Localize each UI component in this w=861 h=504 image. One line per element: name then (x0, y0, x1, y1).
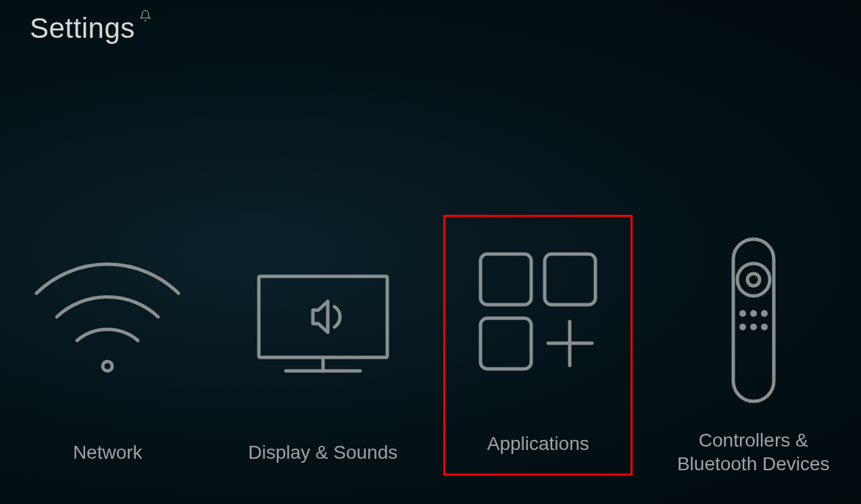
svg-point-10 (737, 263, 770, 296)
tile-network[interactable]: Network (13, 232, 202, 476)
tile-applications[interactable]: Applications (443, 215, 633, 476)
svg-point-17 (761, 324, 768, 330)
apps-grid-icon (464, 224, 612, 399)
svg-rect-5 (545, 254, 595, 305)
svg-point-0 (103, 361, 112, 371)
svg-point-11 (747, 274, 760, 286)
tile-label-display-sounds: Display & Sounds (248, 428, 397, 476)
tile-display-sounds[interactable]: Display & Sounds (228, 232, 418, 476)
page-title: Settings (30, 12, 135, 45)
svg-rect-1 (259, 276, 387, 357)
svg-point-15 (739, 324, 746, 330)
remote-controller-icon (713, 232, 794, 408)
svg-point-16 (750, 324, 757, 330)
tv-speaker-icon (245, 232, 401, 408)
header: Settings (30, 12, 151, 45)
wifi-icon (30, 232, 185, 408)
tile-label-network: Network (73, 428, 143, 476)
svg-rect-6 (481, 318, 531, 369)
tile-label-controllers: Controllers & Bluetooth Devices (659, 428, 848, 476)
svg-rect-4 (481, 254, 531, 305)
settings-tiles-row: Network Display & Sounds (0, 222, 861, 476)
notification-bell-icon[interactable] (139, 9, 151, 22)
tile-controllers[interactable]: Controllers & Bluetooth Devices (659, 232, 848, 476)
tile-label-applications: Applications (487, 420, 589, 467)
svg-point-13 (750, 310, 757, 317)
svg-point-12 (739, 310, 746, 317)
svg-point-14 (761, 310, 768, 317)
